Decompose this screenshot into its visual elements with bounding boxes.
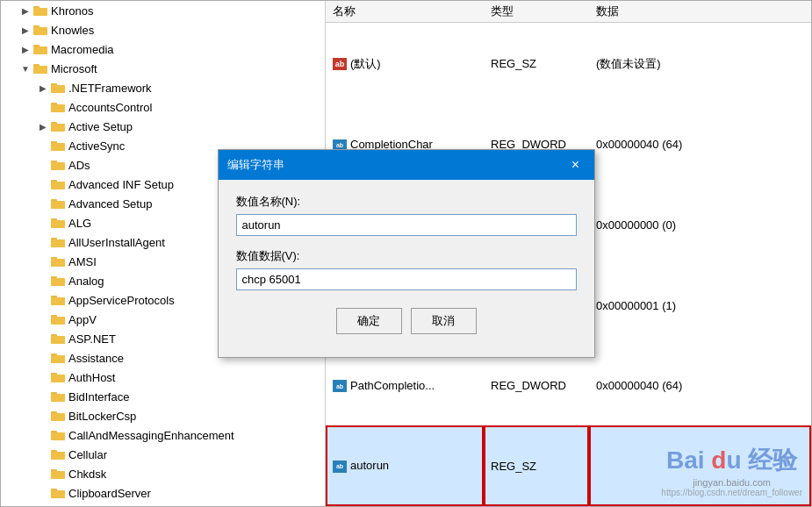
- folder-icon-amsi: [50, 255, 66, 268]
- folder-icon-khronos: [32, 4, 48, 17]
- tree-arrow-khronos: ▶: [18, 4, 32, 18]
- tree-label-macromedia: Macromedia: [51, 43, 321, 56]
- tree-item-active-setup[interactable]: ▶ Active Setup: [1, 117, 325, 136]
- tree-arrow-macromedia: ▶: [18, 42, 32, 56]
- col-type-header: 类型: [484, 1, 589, 23]
- tree-label-bitlockercsp: BitLockerCsp: [68, 410, 321, 423]
- dialog-name-label: 数值名称(N):: [236, 194, 577, 210]
- folder-icon-alluserinstallagent: [50, 236, 66, 248]
- tree-arrow-appserviceprotocols: [36, 293, 50, 307]
- registry-type-default: REG_SZ: [484, 23, 589, 105]
- col-data-header: 数据: [589, 1, 811, 23]
- tree-arrow-knowles: ▶: [18, 23, 32, 37]
- dialog-cancel-button[interactable]: 取消: [411, 308, 477, 334]
- folder-icon-netframework: [50, 82, 66, 94]
- tree-item-khronos[interactable]: ▶ Khronos: [1, 1, 325, 20]
- registry-data-enableextensio: 0x00000001 (1): [589, 265, 811, 346]
- tree-item-netframework[interactable]: ▶ .NETFramework: [1, 78, 325, 97]
- tree-item-macromedia[interactable]: ▶ Macromedia: [1, 39, 325, 59]
- tree-item-cellular[interactable]: Cellular: [1, 445, 325, 464]
- svg-rect-23: [51, 143, 65, 151]
- tree-item-authhost[interactable]: AuthHost: [1, 368, 325, 387]
- svg-rect-41: [51, 259, 65, 267]
- folder-icon-appserviceprotocols: [50, 294, 66, 306]
- svg-rect-71: [51, 452, 65, 460]
- tree-arrow-accountscontrol: [36, 100, 50, 114]
- svg-rect-11: [33, 66, 47, 74]
- svg-rect-59: [51, 375, 65, 382]
- tree-arrow-ads: [36, 158, 50, 172]
- tree-arrow-alg: [36, 216, 50, 230]
- tree-arrow-com3: [36, 505, 50, 506]
- svg-rect-65: [51, 413, 65, 421]
- tree-item-knowles[interactable]: ▶ Knowles: [1, 20, 325, 39]
- tree-label-bidinterface: BidInterface: [68, 390, 321, 403]
- tree-label-com3: COM3: [68, 506, 321, 507]
- folder-icon-cellular: [50, 448, 66, 461]
- svg-rect-29: [51, 182, 65, 189]
- tree-item-bitlockercsp[interactable]: BitLockerCsp: [1, 406, 325, 425]
- tree-arrow-assistance: [36, 351, 50, 365]
- dialog-body: 数值名称(N): 数值数据(V): 确定 取消: [219, 180, 594, 357]
- svg-rect-14: [51, 85, 65, 93]
- tree-arrow-cellular: [36, 447, 50, 461]
- registry-data-completionchar: 0x00000040 (64): [589, 104, 811, 185]
- tree-arrow-active-setup: ▶: [36, 119, 50, 133]
- registry-row-autorun[interactable]: abautorunREG_SZ: [326, 425, 811, 506]
- registry-name-default: ab(默认): [326, 23, 484, 105]
- dword-icon: ab: [333, 461, 347, 473]
- tree-label-knowles: Knowles: [51, 24, 321, 37]
- dialog-data-input[interactable]: [236, 268, 577, 290]
- tree-arrow-advanced-inf-setup: [36, 177, 50, 191]
- folder-icon-alg: [50, 217, 66, 229]
- tree-arrow-bitlockercsp: [36, 409, 50, 423]
- folder-icon-knowles: [32, 24, 48, 36]
- folder-icon-accountscontrol: [50, 101, 66, 113]
- tree-label-callandmessagingenhancement: CallAndMessagingEnhancement: [68, 429, 321, 442]
- svg-rect-38: [51, 239, 65, 247]
- folder-icon-chkdsk: [50, 468, 66, 480]
- folder-icon-advanced-inf-setup: [50, 178, 66, 190]
- tree-item-accountscontrol[interactable]: AccountsControl: [1, 97, 325, 117]
- tree-label-netframework: .NETFramework: [68, 82, 321, 95]
- dialog-name-input[interactable]: [236, 214, 577, 236]
- svg-rect-17: [51, 104, 65, 112]
- svg-rect-2: [33, 8, 47, 16]
- svg-rect-44: [51, 278, 65, 286]
- svg-rect-62: [51, 394, 65, 402]
- tree-label-chkdsk: Chkdsk: [68, 468, 321, 481]
- registry-row-default[interactable]: ab(默认)REG_SZ(数值未设置): [326, 23, 811, 105]
- tree-label-cellular: Cellular: [68, 448, 321, 461]
- svg-rect-56: [51, 355, 65, 363]
- tree-item-microsoft[interactable]: ▼ Microsoft: [1, 59, 325, 78]
- svg-rect-77: [51, 490, 65, 498]
- tree-arrow-analog: [36, 274, 50, 288]
- ab-icon: ab: [333, 58, 347, 70]
- edit-string-dialog: 编辑字符串 × 数值名称(N): 数值数据(V): 确定 取消: [218, 149, 595, 358]
- tree-item-clipboardserver[interactable]: ClipboardServer: [1, 483, 325, 503]
- tree-item-chkdsk[interactable]: Chkdsk: [1, 464, 325, 483]
- tree-arrow-aspnet: [36, 332, 50, 346]
- svg-rect-74: [51, 471, 65, 479]
- folder-icon-activesync: [50, 139, 66, 152]
- folder-icon-aspnet: [50, 332, 66, 345]
- dialog-data-label: 数值数据(V):: [236, 248, 577, 264]
- tree-arrow-chkdsk: [36, 467, 50, 481]
- tree-item-bidinterface[interactable]: BidInterface: [1, 387, 325, 406]
- dialog-ok-button[interactable]: 确定: [336, 308, 402, 334]
- svg-rect-5: [33, 27, 47, 35]
- folder-icon-analog: [50, 275, 66, 287]
- dialog-close-button[interactable]: ×: [566, 155, 586, 175]
- tree-item-callandmessagingenhancement[interactable]: CallAndMessagingEnhancement: [1, 425, 325, 445]
- folder-icon-active-setup: [50, 120, 66, 132]
- tree-item-com3[interactable]: COM3: [1, 503, 325, 506]
- tree-arrow-advanced-setup: [36, 196, 50, 211]
- svg-rect-32: [51, 201, 65, 209]
- folder-icon-clipboardserver: [50, 487, 66, 499]
- svg-rect-35: [51, 220, 65, 228]
- folder-icon-microsoft: [32, 62, 48, 75]
- folder-icon-assistance: [50, 352, 66, 364]
- tree-arrow-amsi: [36, 254, 50, 268]
- tree-label-active-setup: Active Setup: [68, 120, 321, 133]
- svg-rect-47: [51, 297, 65, 305]
